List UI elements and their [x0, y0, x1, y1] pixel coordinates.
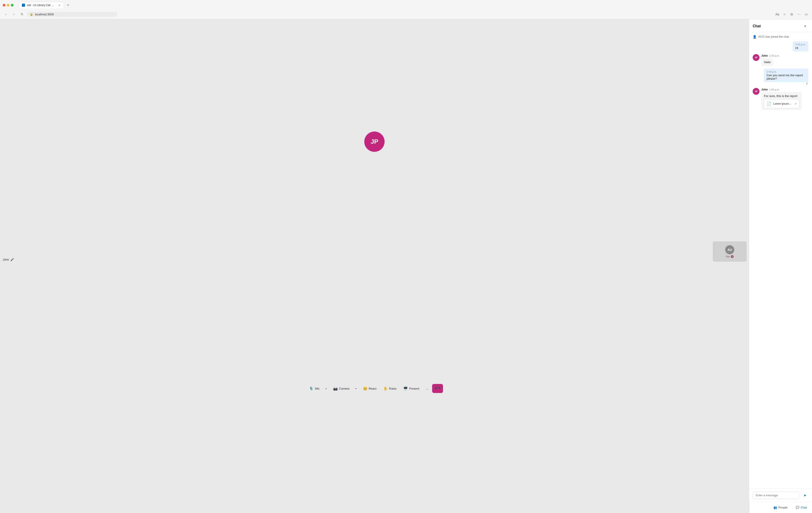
message-incoming-2: JP John 1:44 p.m. For sure, this is the … [753, 88, 808, 110]
browser-chrome: call - UI Library Call With... ✕ + ‹ › ↻… [0, 0, 812, 19]
more-label: ... [426, 387, 429, 390]
browser-window-controls [3, 4, 13, 6]
system-join-icon: 👤 [753, 35, 757, 38]
people-tab-label: People [778, 506, 787, 509]
camera-label: Camera [339, 387, 349, 390]
people-icon: 👥 [774, 506, 777, 509]
file-name: Lorem ipsum... [773, 102, 793, 105]
chat-input-area: ➤ [749, 489, 812, 502]
bubble-time-2: 1:43 p.m. [766, 71, 806, 73]
john-avatar-2: JP [753, 88, 759, 95]
john-name-2: John [761, 88, 768, 91]
john-name-1: John [761, 54, 768, 57]
bookmark-button[interactable]: ☆ [781, 11, 788, 17]
chat-header: Chat ✕ [749, 19, 812, 32]
react-icon: 😊 [363, 386, 368, 391]
more-options-button[interactable]: ⋯ [796, 11, 802, 17]
system-message-text: ACS User joined the chat. [758, 35, 789, 38]
call-controls-bar: 🎙️ Mic ▾ 📷 Camera ▾ 😊 React ✋ [0, 264, 749, 513]
refresh-button[interactable]: ↻ [19, 11, 25, 17]
file-attachment[interactable]: 📄 Lorem ipsum... ⤢ [764, 99, 799, 108]
bubble-text-2: Can you send me the report please? [766, 74, 806, 80]
message-outgoing-2-group: 1:43 p.m. Can you send me the report ple… [753, 69, 808, 85]
reader-mode-button[interactable]: Aa [774, 11, 780, 17]
mic-dropdown-button[interactable]: ▾ [323, 384, 329, 393]
tab-title: call - UI Library Call With... [27, 4, 56, 7]
chat-messages-list: 👤 ACS User joined the chat. 1:42 p.m. Hi… [749, 32, 812, 489]
file-icon: 📄 [766, 101, 772, 106]
chat-input[interactable] [753, 491, 800, 499]
john-message-with-file: For sure, this is the report 📄 Lorem ips… [761, 92, 802, 110]
bubble-outgoing-1: 1:42 p.m. Hi [793, 41, 808, 51]
mic-button-group: 🎙️ Mic ▾ [306, 384, 329, 393]
raise-icon: ✋ [383, 386, 388, 391]
message-incoming-1: JP John 1:43 p.m. Hello [753, 54, 808, 66]
message-outgoing-1: 1:42 p.m. Hi [753, 41, 808, 51]
john-msg-header-1: John 1:43 p.m. [761, 54, 808, 57]
bubble-outgoing-2: 1:43 p.m. Can you send me the report ple… [764, 69, 808, 82]
bubble-text-1: Hi [795, 46, 806, 50]
minimize-window-dot[interactable] [7, 4, 9, 6]
more-button[interactable]: ... [423, 385, 432, 392]
john-bubble-1: Hello [761, 58, 774, 66]
forward-button[interactable]: › [11, 11, 17, 17]
camera-dropdown-button[interactable]: ▾ [353, 384, 359, 393]
raise-button[interactable]: ✋ Raise [380, 385, 400, 393]
chat-icon: 💬 [796, 506, 800, 509]
tab-bar: call - UI Library Call With... ✕ + [16, 2, 74, 8]
chat-tab-button[interactable]: 💬 Chat [792, 504, 810, 511]
lock-icon: 🔒 [30, 12, 33, 16]
app-container: JP John 🎤 AU You 🔇 [0, 19, 812, 513]
participant-name: John [3, 258, 9, 261]
maximize-window-dot[interactable] [11, 4, 13, 6]
participant-name-label: John 🎤 [3, 258, 14, 261]
john-message-content-2: John 1:44 p.m. For sure, this is the rep… [761, 88, 808, 110]
react-button[interactable]: 😊 React [360, 385, 380, 393]
present-button[interactable]: 🖥️ Present [400, 385, 423, 393]
john-time-1: 1:43 p.m. [769, 54, 780, 57]
read-receipt: ✓ [806, 82, 808, 85]
chat-panel: Chat ✕ 👤 ACS User joined the chat. 1:42 … [749, 19, 812, 513]
react-label: React [369, 387, 376, 390]
file-open-icon[interactable]: ⤢ [794, 102, 797, 105]
self-muted-icon: 🔇 [731, 255, 734, 258]
system-message: 👤 ACS User joined the chat. [753, 35, 808, 38]
self-initials: AU [727, 248, 732, 251]
split-view-button[interactable]: ⧉ [788, 11, 795, 17]
browser-title-bar: call - UI Library Call With... ✕ + [0, 0, 812, 10]
sidebar-button[interactable]: ▭ [803, 11, 809, 17]
people-tab-button[interactable]: 👥 People [770, 504, 791, 511]
mic-label: Mic [315, 387, 319, 390]
present-label: Present [409, 387, 419, 390]
chat-send-button[interactable]: ➤ [801, 492, 808, 499]
chat-tab-label: Chat [801, 506, 807, 509]
tab-close-button[interactable]: ✕ [57, 3, 61, 7]
send-icon: ➤ [804, 493, 806, 497]
self-view-thumbnail: AU You 🔇 [713, 241, 747, 262]
mic-muted-icon: 🎤 [10, 258, 14, 261]
close-window-dot[interactable] [3, 4, 5, 6]
chat-title: Chat [753, 24, 761, 28]
self-avatar: AU [725, 245, 734, 254]
active-tab[interactable]: call - UI Library Call With... ✕ [19, 2, 64, 8]
url-text: localhost:3000 [35, 12, 54, 16]
john-time-2: 1:44 p.m. [769, 88, 780, 91]
mic-icon: 🎙️ [309, 386, 314, 391]
john-avatar-1: JP [753, 54, 759, 61]
new-tab-button[interactable]: + [65, 2, 71, 8]
chat-close-button[interactable]: ✕ [802, 23, 808, 29]
participant-initials: JP [371, 138, 378, 145]
address-box[interactable]: 🔒 localhost:3000 [27, 12, 117, 17]
end-call-button[interactable]: 📞 [432, 384, 443, 393]
camera-button-group: 📷 Camera ▾ [330, 384, 359, 393]
john-text-1: Hello [764, 60, 771, 64]
browser-actions: Aa ☆ ⧉ ⋯ ▭ [774, 11, 809, 17]
end-call-icon: 📞 [434, 385, 441, 392]
john-text-2: For sure, this is the report [764, 94, 798, 98]
john-msg-header-2: John 1:44 p.m. [761, 88, 808, 91]
camera-icon: 📷 [333, 386, 338, 391]
back-button[interactable]: ‹ [3, 11, 9, 17]
john-message-content-1: John 1:43 p.m. Hello [761, 54, 808, 66]
camera-button[interactable]: 📷 Camera [330, 385, 353, 393]
mic-button[interactable]: 🎙️ Mic [306, 385, 323, 393]
